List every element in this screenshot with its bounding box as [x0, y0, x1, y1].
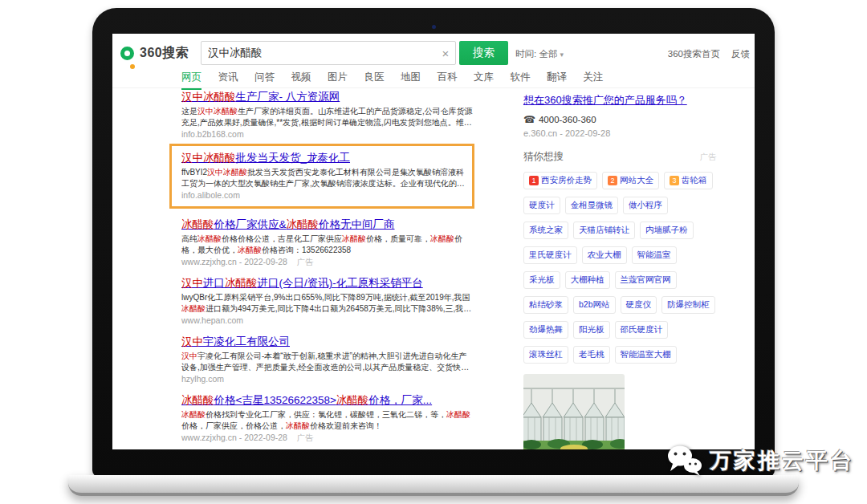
- suggest-tag-15[interactable]: 粘结砂浆: [523, 296, 568, 314]
- result-url: info.b2b168.com: [181, 129, 474, 140]
- phone-icon: ☎: [523, 114, 535, 125]
- text-segment: 价格无中间厂商: [319, 218, 395, 230]
- feedback-link[interactable]: 反馈: [731, 48, 750, 60]
- tag-label: 金相显微镜: [571, 200, 613, 211]
- text-segment: 批发当天发货_龙泰化工: [236, 152, 351, 164]
- text-segment: 汉中: [181, 352, 197, 360]
- result-title[interactable]: 汉中冰醋酸批发当天发货_龙泰化工: [181, 151, 466, 165]
- tag-label: 智能温室大棚: [621, 349, 671, 360]
- suggest-tag-24[interactable]: 智能温室大棚: [615, 346, 677, 364]
- text-segment: 冰醋酸: [181, 304, 206, 313]
- search-input[interactable]: [201, 47, 436, 59]
- tag-label: 天猫店铺转让: [579, 225, 629, 236]
- suggest-tag-7[interactable]: 天猫店铺转让: [573, 222, 635, 239]
- webcam-dot: [432, 25, 436, 29]
- right-sidebar: 想在360搜索推广您的产品服务吗？ ☎4000-360-360 e.360.cn…: [523, 93, 716, 449]
- text-segment: 汉中: [181, 335, 203, 348]
- suggest-tag-13[interactable]: 大棚种植: [565, 271, 610, 289]
- result-title[interactable]: 冰醋酸价格<吉星13526622358>冰醋酸价格，厂家...: [181, 393, 474, 407]
- result-title[interactable]: 冰醋酸价格厂家供应&冰醋酸价格无中间厂商: [181, 217, 474, 231]
- text-segment: 冰醋酸: [181, 218, 214, 230]
- search-box[interactable]: ×: [201, 41, 456, 65]
- result-description: 冰醋酸价格找到专业化工厂家，供应：氯化锂，碳酸锂，三氧化二锑，等，冰醋酸价格，厂…: [181, 409, 474, 431]
- tag-label: 防爆控制柜: [667, 299, 710, 311]
- tag-label: 网站大全: [620, 175, 653, 186]
- suggest-tag-12[interactable]: 采光板: [523, 271, 560, 289]
- suggest-tag-6[interactable]: 系统之家: [523, 222, 568, 239]
- suggest-tag-4[interactable]: 金相显微镜: [565, 197, 619, 214]
- phone-number: 4000-360-360: [539, 115, 596, 124]
- tag-label: 内墙腻子粉: [645, 225, 688, 236]
- suggest-tag-14[interactable]: 兰蔻官网官网: [615, 271, 677, 289]
- clear-icon[interactable]: ×: [436, 47, 455, 60]
- text-segment: 生产厂家- 八方资源网: [236, 91, 340, 103]
- text-segment: 高纯: [181, 234, 197, 243]
- result-title[interactable]: 汉中冰醋酸生产厂家- 八方资源网: [181, 90, 474, 104]
- text-segment: 汉中冰醋酸: [207, 168, 247, 177]
- text-segment: 冰醋酸: [181, 410, 206, 419]
- logo-dot-icon: [130, 64, 135, 69]
- tag-label: 西安房价走势: [541, 175, 592, 186]
- suggest-tag-22[interactable]: 滚珠丝杠: [523, 346, 568, 364]
- tag-label: 兰蔻官网官网: [621, 274, 671, 286]
- suggest-tag-2[interactable]: 3齿轮箱: [664, 172, 713, 189]
- result-url: www.zzjxhg.cn - 2022-09-28广告: [181, 433, 474, 443]
- text-segment: lwyQBr化工原料采销平台,9%出口655%,同比下降89万吨,据统计,截至2…: [181, 293, 470, 302]
- result-url: www.hepan.com: [181, 315, 474, 326]
- suggest-tag-20[interactable]: 阳光板: [573, 321, 610, 339]
- result-url: www.zzjxhg.cn - 2022-09-28广告: [181, 257, 474, 267]
- result-url: hzylhg.com: [181, 374, 474, 384]
- text-segment: 价格欢迎前来咨询！: [310, 421, 382, 430]
- suggest-tag-9[interactable]: 里氏硬度计: [523, 246, 577, 264]
- suggest-tag-8[interactable]: 内墙腻子粉: [640, 222, 694, 239]
- tag-label: 做小程序: [629, 200, 662, 211]
- text-segment: 这是: [181, 107, 197, 116]
- text-segment: 进口: [203, 277, 225, 289]
- 360-search-logo[interactable]: 360搜索: [120, 45, 189, 62]
- search-result-3: 冰醋酸价格厂家供应&冰醋酸价格无中间厂商高纯冰醋酸价格价格公道，吉星化工厂家供应…: [181, 217, 474, 267]
- result-title[interactable]: 汉中进口冰醋酸进口(今日/资讯)-化工原料采销平台: [181, 276, 474, 290]
- text-segment: ffvBYI2: [181, 168, 207, 177]
- suggest-tag-23[interactable]: 老毛桃: [573, 346, 610, 364]
- suggest-label: 猜你想搜: [523, 150, 564, 164]
- tag-label: 齿轮箱: [682, 175, 707, 186]
- suggest-tag-1[interactable]: 2网站大全: [602, 172, 659, 189]
- home-link[interactable]: 360搜索首页: [668, 48, 720, 60]
- suggest-tag-11[interactable]: 智能温室: [632, 246, 677, 264]
- suggest-tag-5[interactable]: 做小程序: [623, 197, 668, 214]
- suggest-header: 猜你想搜 广告: [523, 150, 716, 164]
- sidebar-ad-phone: ☎4000-360-360: [523, 114, 716, 125]
- laptop-screen-frame: 360搜索 × 搜索 时间: 全部 ▾ 360搜索首页 反馈 网页资讯问答视频图…: [92, 8, 775, 477]
- rank-badge: 3: [670, 176, 679, 185]
- text-segment: 冰醋酸: [238, 246, 262, 254]
- result-description: lwyQBr化工原料采销平台,9%出口655%,同比下降89万吨,据统计,截至2…: [181, 292, 474, 314]
- suggest-tag-16[interactable]: b2b网站: [573, 296, 616, 314]
- chevron-down-icon: ▾: [560, 51, 564, 59]
- suggest-tag-19[interactable]: 劲爆热舞: [523, 321, 568, 339]
- result-title[interactable]: 汉中宇凌化工有限公司: [181, 335, 474, 348]
- result-description: 这是汉中冰醋酸生产厂家的详细页面。山东维进化工的产品货源稳定,公司仓库货源充足,…: [181, 106, 474, 128]
- search-button[interactable]: 搜索: [459, 41, 508, 65]
- tag-label: 邵氏硬度计: [621, 324, 663, 335]
- greenhouse-image-card[interactable]: 广告: [523, 374, 625, 449]
- suggest-tag-21[interactable]: 邵氏硬度计: [615, 321, 669, 339]
- suggest-tag-17[interactable]: 硬度仪: [621, 296, 657, 314]
- text-segment: 进口额为494万美元,同比下降4出口额为26458万美元,同比下降38%,三,我…: [206, 304, 471, 313]
- sidebar-ad-link[interactable]: 想在360搜索推广您的产品服务吗？: [523, 93, 716, 108]
- suggest-tag-3[interactable]: 硬度计: [523, 197, 560, 214]
- time-filter-dropdown[interactable]: 时间: 全部 ▾: [515, 48, 564, 60]
- logo-text: 360搜索: [140, 45, 189, 62]
- tag-label: 劲爆热舞: [529, 324, 563, 335]
- top-links: 360搜索首页 反馈: [668, 48, 750, 60]
- suggest-ad-label: 广告: [700, 152, 716, 163]
- text-segment: 冰醋酸: [342, 234, 366, 243]
- tag-label: 老毛桃: [579, 349, 604, 360]
- suggest-tag-18[interactable]: 防爆控制柜: [661, 296, 715, 314]
- search-result-5: 汉中宇凌化工有限公司汉中宇凌化工有限公司-本着“敢于创新,稳重求进”的精神,大胆…: [181, 335, 474, 384]
- suggest-tag-0[interactable]: 1西安房价走势: [523, 172, 597, 189]
- suggest-tag-10[interactable]: 农业大棚: [582, 246, 627, 264]
- tag-label: 硬度仪: [626, 299, 652, 311]
- text-segment: 冰醋酸: [181, 394, 214, 406]
- tag-label: 农业大棚: [588, 250, 621, 261]
- search-results-page: 360搜索 × 搜索 时间: 全部 ▾ 360搜索首页 反馈 网页资讯问答视频图…: [112, 34, 755, 449]
